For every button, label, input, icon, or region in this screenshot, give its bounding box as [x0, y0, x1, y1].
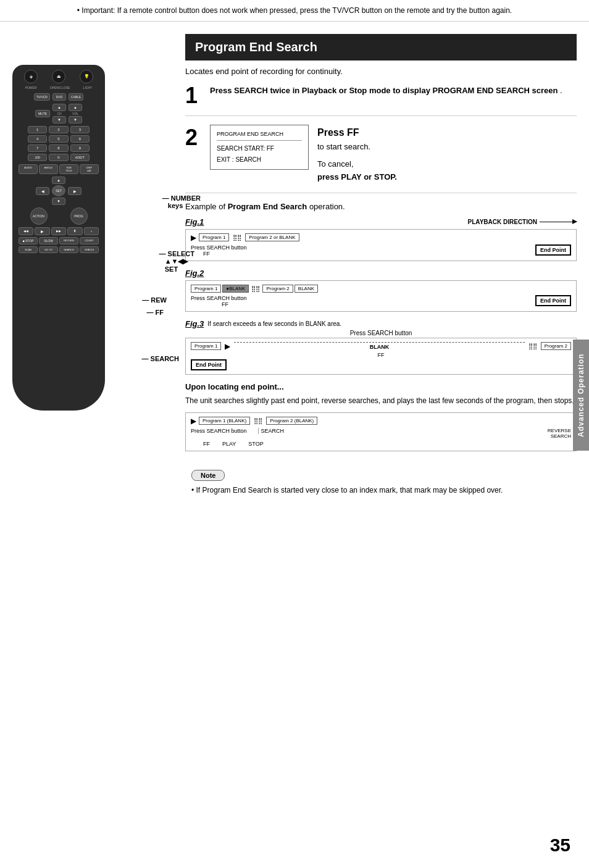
locating-text: The unit searches slightly past end poin… — [185, 395, 577, 406]
select-label: — SELECT ▲▼◀▶ SET — [159, 250, 194, 273]
counter-button[interactable]: COUNT — [80, 237, 99, 244]
fig2-end-point: End Point — [535, 295, 571, 306]
step-2-number: 2 — [185, 125, 204, 151]
scan-button[interactable]: SCAN — [19, 246, 38, 253]
top-notice-text: • Important: If a remote control button … — [77, 6, 512, 15]
example-title: Example of Program End Search operation. — [185, 202, 577, 211]
nav-right-button[interactable]: ▶ — [68, 187, 81, 195]
screen-line1: SEARCH START: FF — [217, 143, 302, 154]
rec-button[interactable]: ● — [84, 227, 99, 235]
fig3-blank: BLANK — [234, 342, 524, 350]
nav-left-button[interactable]: ◀ — [36, 187, 49, 195]
fig1-prog2: Program 2 or BLANK — [245, 233, 299, 241]
right-panel: Program End Search Locates end point of … — [173, 34, 589, 514]
fig1-prog1: Program 1 — [199, 233, 229, 241]
step-2-instruction: Press FF to start search. To cancel, pre… — [317, 125, 397, 184]
add-button[interactable]: ADD/T — [70, 154, 90, 161]
num-7-button[interactable]: 7 — [28, 144, 47, 152]
cable-button[interactable]: CABLE — [69, 93, 83, 101]
fig3-label: Fig.3 — [185, 319, 204, 328]
num-1-button[interactable]: 1 — [28, 126, 47, 133]
goto-button[interactable]: GO TO — [39, 246, 58, 253]
fig2-blank2: BLANK — [294, 285, 318, 293]
num-5-button[interactable]: 5 — [49, 135, 68, 143]
display-button[interactable]: DISPLAY — [80, 164, 99, 174]
mute-button[interactable]: MUTE — [35, 110, 50, 117]
ch-down-button[interactable]: ▼ — [52, 116, 66, 123]
section-subtitle: Locates end point of recording for conti… — [185, 67, 577, 76]
audio-button[interactable]: AUDIO — [19, 164, 38, 174]
diag-ff-label: FF — [203, 441, 210, 447]
fig3-container: Fig.3 If search exceeds a few seconds in… — [185, 319, 577, 375]
fig3-note2: Press SEARCH button — [185, 330, 577, 336]
light-button[interactable]: 💡 — [80, 70, 93, 83]
fig3-ff: FF — [191, 352, 571, 358]
status-button[interactable]: STATUS — [80, 246, 99, 253]
fig2-prog1: Program 1 — [191, 285, 221, 293]
num-6-button[interactable]: 6 — [70, 135, 90, 143]
locating-title: Upon locating end point... — [185, 382, 577, 391]
diag-prog2: Program 2 (BLANK) — [266, 417, 317, 425]
angle-button[interactable]: ANGLE — [39, 164, 58, 174]
fig1-direction: PLAYBACK DIRECTION — [468, 219, 577, 225]
fig3-prog1: Program 1 — [191, 342, 221, 350]
fig2-diagram: Program 1 ●BLANK ⣿⣿ Program 2 BLANK Pres… — [185, 280, 577, 312]
diag-stop-label: STOP — [248, 441, 263, 447]
bottom-diagram: ▶ Program 1 (BLANK) ⣿⣿ Program 2 (BLANK)… — [185, 412, 577, 451]
nav-down-button[interactable]: ▼ — [52, 198, 65, 205]
ff-label: — FF — [147, 309, 164, 316]
ch-up-button[interactable]: ▲ — [52, 104, 66, 111]
nav-up-button[interactable]: ▲ — [52, 177, 65, 184]
fig2-prog2: Program 2 — [262, 285, 293, 293]
locating-section: Upon locating end point... The unit sear… — [185, 382, 577, 451]
ff-main-button[interactable]: ▶▶ — [51, 227, 66, 235]
power-button[interactable]: ⏻ — [24, 70, 38, 83]
advanced-operation-sidebar: Advanced Operation — [573, 340, 589, 451]
diag-reverse-label: REVERSESEARCH — [548, 428, 571, 439]
left-panel: ⏻ ⏏ 💡 POWEROPEN/CLOSELIGHT TV/VCR DVD CA… — [0, 34, 173, 514]
fig1-diagram: ▶ Program 1 ⣿⣿ Program 2 or BLANK Press … — [185, 229, 577, 261]
fig2-press-text: Press SEARCH button — [191, 295, 247, 301]
num-4-button[interactable]: 4 — [28, 135, 47, 143]
num-0-button[interactable]: 100 — [28, 154, 47, 161]
fig3-diagram: Program 1 ▶ BLANK ⣿⣿ Program 2 FF End Po… — [185, 338, 577, 375]
subtitle-button[interactable]: SUBTITLE — [59, 164, 78, 174]
step-1-number: 1 — [185, 85, 204, 107]
dvd-button[interactable]: DVD — [52, 93, 66, 101]
fig1-ff: FF — [203, 251, 210, 257]
stop-button[interactable]: ■ STOP — [19, 237, 38, 244]
prog-button[interactable]: PROG — [70, 207, 88, 225]
play-button[interactable]: ▶ — [35, 227, 49, 235]
note-badge: Note — [191, 470, 225, 481]
fig2-container: Fig.2 Program 1 ●BLANK ⣿⣿ Program 2 BLAN… — [185, 269, 577, 312]
vol-down-button[interactable]: ▼ — [69, 116, 82, 123]
num-3-button[interactable]: 3 — [70, 126, 90, 133]
eject-button[interactable]: ⏏ — [52, 70, 65, 83]
num-8-button[interactable]: 8 — [49, 144, 68, 152]
vol-up-button[interactable]: ▲ — [69, 104, 82, 111]
fig1-end-point: End Point — [535, 244, 571, 256]
slow-button[interactable]: SLOW — [39, 237, 58, 244]
nav-center-button[interactable]: SET — [52, 185, 65, 196]
return-button[interactable]: RETURN — [59, 237, 78, 244]
tv-vcr-button[interactable]: TV/VCR — [34, 93, 50, 101]
search-main-button[interactable]: SEARCH — [59, 246, 78, 253]
num-00-button[interactable]: 0 — [49, 154, 68, 161]
remote-control: ⏻ ⏏ 💡 POWEROPEN/CLOSELIGHT TV/VCR DVD CA… — [12, 65, 105, 411]
step-1: 1 Press SEARCH twice in Playback or Stop… — [185, 85, 577, 116]
num-9-button[interactable]: 9 — [70, 144, 90, 152]
rew-button[interactable]: ◀◀ — [19, 227, 33, 235]
fig1-container: Fig.1 PLAYBACK DIRECTION ▶ Program 1 ⣿⣿ … — [185, 217, 577, 261]
step-1-content: Press SEARCH twice in Playback or Stop m… — [210, 85, 562, 107]
fig1-label: Fig.1 — [185, 217, 204, 227]
pause-button[interactable]: ⏸ — [67, 227, 82, 235]
action-button[interactable]: ACTION — [30, 207, 48, 225]
section-title: Program End Search — [185, 34, 577, 61]
diag-prog1: Program 1 (BLANK) — [199, 417, 250, 425]
num-2-button[interactable]: 2 — [49, 126, 68, 133]
screen-line2: EXIT : SEARCH — [217, 154, 302, 165]
fig3-prog2: Program 2 — [541, 342, 571, 350]
page-number: 35 — [550, 835, 570, 856]
step-2: 2 PROGRAM END SEARCH SEARCH START: FF EX… — [185, 125, 577, 193]
top-notice: • Important: If a remote control button … — [0, 0, 589, 22]
